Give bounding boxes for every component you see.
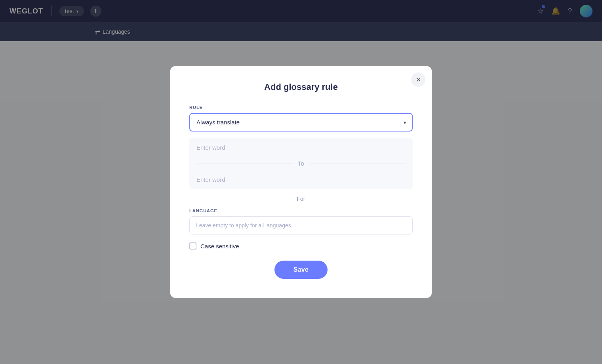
language-input[interactable] [189,216,413,234]
modal-overlay: ✕ Add glossary rule RULE Always translat… [0,0,602,364]
word-to-input[interactable] [189,170,413,189]
case-sensitive-label[interactable]: Case sensitive [200,243,239,250]
language-section: LANGUAGE [189,208,413,234]
case-sensitive-row: Case sensitive [189,242,413,250]
rule-select[interactable]: Always translate Never translate [190,114,412,131]
add-glossary-modal: ✕ Add glossary rule RULE Always translat… [170,66,432,298]
language-section-label: LANGUAGE [189,208,413,213]
modal-close-button[interactable]: ✕ [411,72,425,87]
case-sensitive-checkbox[interactable] [189,242,196,250]
for-separator: For [189,196,413,202]
rule-section-label: RULE [189,105,413,110]
to-separator: To [189,157,413,170]
rule-select-wrapper: Always translate Never translate ▾ [189,113,413,131]
modal-title: Add glossary rule [189,82,413,92]
content-area: ✕ Add glossary rule RULE Always translat… [0,41,602,364]
rule-select-container: Always translate Never translate ▾ [190,114,412,131]
rule-section: RULE Always translate Never translate ▾ [189,105,413,131]
save-button[interactable]: Save [274,261,328,279]
word-translation-section: To [189,138,413,189]
close-icon: ✕ [416,76,421,84]
word-from-input[interactable] [189,138,413,157]
